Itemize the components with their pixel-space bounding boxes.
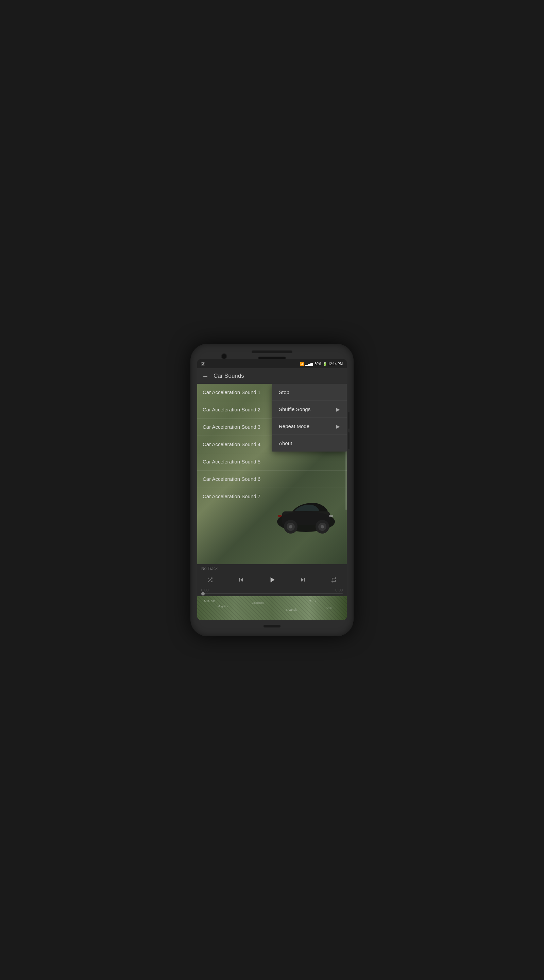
- time-end: 0:00: [336, 588, 343, 592]
- time-display: 12:14 PM: [328, 362, 343, 366]
- status-right: 📶 ▂▄▆ 30% 🔋 12:14 PM: [300, 362, 343, 366]
- page-title: Car Sounds: [214, 372, 342, 379]
- bottom-album-art-strip: MINSK Moghilev Smolensk Bryansk Tula Ore…: [197, 596, 347, 620]
- menu-item-about[interactable]: About: [272, 435, 347, 452]
- bottom-strip-overlay: [197, 596, 347, 620]
- context-menu: Stop Shuffle Songs ▶ Repeat Mode ▶ About: [272, 384, 347, 452]
- shuffle-arrow-icon: ▶: [336, 407, 340, 412]
- phone-earpiece: [259, 356, 285, 360]
- phone-speaker: [252, 350, 292, 353]
- context-menu-overlay[interactable]: Stop Shuffle Songs ▶ Repeat Mode ▶ About: [197, 384, 347, 564]
- signal-bars: ▂▄▆: [305, 362, 313, 366]
- phone-bottom: [263, 623, 281, 630]
- back-button[interactable]: ←: [202, 372, 209, 380]
- status-left: 🖼: [201, 362, 205, 366]
- shuffle-button[interactable]: [204, 574, 216, 586]
- repeat-button[interactable]: [328, 574, 340, 586]
- player-controls: [197, 572, 347, 588]
- time-display: 0:00 0:00: [197, 588, 347, 593]
- menu-item-shuffle-label: Shuffle Songs: [279, 406, 311, 412]
- play-button[interactable]: [266, 574, 278, 586]
- menu-item-stop[interactable]: Stop: [272, 384, 347, 401]
- status-bar: 🖼 📶 ▂▄▆ 30% 🔋 12:14 PM: [197, 360, 347, 368]
- menu-item-about-label: About: [279, 440, 292, 446]
- time-start: 0:00: [201, 588, 208, 592]
- menu-item-stop-label: Stop: [279, 389, 289, 395]
- next-button[interactable]: [297, 574, 309, 586]
- home-button[interactable]: [263, 625, 281, 627]
- repeat-arrow-icon: ▶: [336, 424, 340, 429]
- menu-item-repeat-label: Repeat Mode: [279, 423, 309, 429]
- menu-item-shuffle[interactable]: Shuffle Songs ▶: [272, 401, 347, 418]
- side-button-volume-up[interactable]: [348, 412, 349, 429]
- side-button-volume-down[interactable]: [348, 432, 349, 449]
- progress-dot: [201, 592, 205, 595]
- bottom-player: No Track: [197, 564, 347, 596]
- no-track-label: No Track: [197, 564, 347, 572]
- menu-item-repeat[interactable]: Repeat Mode ▶: [272, 418, 347, 435]
- phone-frame: 🖼 📶 ▂▄▆ 30% 🔋 12:14 PM ← Car Sounds: [190, 344, 354, 636]
- main-content: Car Acceleration Sound 1 Car Acceleratio…: [197, 384, 347, 564]
- toolbar: ← Car Sounds: [197, 368, 347, 384]
- progress-bar[interactable]: [201, 593, 343, 594]
- wifi-icon: 📶: [300, 362, 304, 366]
- previous-button[interactable]: [235, 574, 247, 586]
- phone-screen: 🖼 📶 ▂▄▆ 30% 🔋 12:14 PM ← Car Sounds: [197, 360, 347, 620]
- notification-icon: 🖼: [201, 362, 205, 366]
- battery-icon: 🔋: [323, 362, 327, 366]
- phone-camera: [221, 353, 227, 360]
- battery-percent: 30%: [314, 362, 321, 366]
